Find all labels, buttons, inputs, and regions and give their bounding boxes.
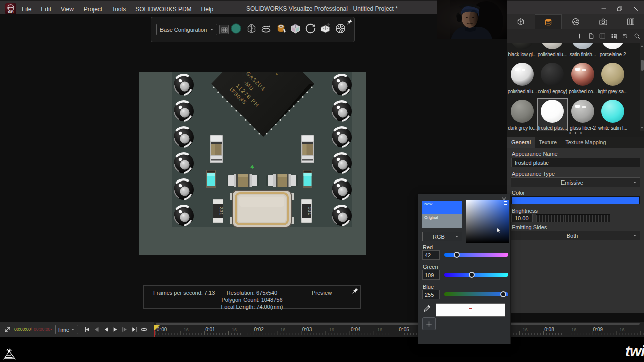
timeline-ruler[interactable]: 0:00160:01160:02160:03160:04160:05160:06… [154, 322, 644, 337]
property-tab[interactable]: Texture [535, 137, 561, 148]
channel-input[interactable]: 109 [422, 270, 440, 280]
window-title: SOLIDWORKS Visualize Professional - Unti… [221, 5, 423, 12]
property-tab[interactable]: General [507, 137, 535, 148]
channel-input[interactable]: 42 [422, 250, 440, 260]
menu-item[interactable]: File [22, 6, 31, 13]
channel-label: Blue [423, 284, 434, 290]
scrollbar[interactable] [640, 43, 644, 131]
cameras [599, 17, 608, 26]
go-to-start[interactable] [84, 326, 90, 333]
appearance-label: black low gl... [507, 52, 538, 57]
render-mode[interactable] [230, 23, 242, 34]
denoiser[interactable] [246, 23, 257, 34]
scroll-up-icon[interactable] [640, 44, 644, 48]
color-field-marker [504, 201, 507, 205]
appearance-name-input[interactable]: frosted plastic [511, 158, 640, 167]
reset-camera[interactable] [305, 23, 316, 34]
original-color-swatch[interactable]: Original [422, 214, 462, 228]
next-frame[interactable] [122, 326, 128, 333]
model[interactable] [290, 23, 301, 34]
export[interactable] [319, 23, 331, 34]
search[interactable] [633, 32, 641, 40]
go-to-end[interactable] [131, 326, 138, 333]
channel-slider[interactable] [444, 273, 508, 277]
ruler-time-label: 0:05 [399, 327, 409, 332]
resize-handle-icon[interactable] [4, 326, 11, 333]
channel-slider[interactable] [444, 292, 508, 296]
menu-item[interactable]: View [61, 6, 74, 13]
appearance-item[interactable]: polished alu... [538, 43, 567, 59]
loop[interactable] [141, 326, 147, 333]
appearance-item[interactable]: white satin f... [598, 99, 627, 131]
menu-item[interactable]: Edit [41, 6, 51, 13]
brightness-slider[interactable] [536, 214, 610, 222]
appearance-item[interactable]: porcelaine-2 [598, 43, 627, 59]
configuration-select[interactable]: Base Configuration [156, 24, 217, 35]
add[interactable] [575, 32, 584, 40]
timeline-mode-select[interactable]: Time [55, 325, 78, 334]
appearance-item[interactable]: glass fiber-2 [568, 99, 597, 131]
sort[interactable] [621, 32, 630, 40]
brightness-input[interactable]: 10.00 [511, 214, 533, 222]
appearance-item[interactable]: polished alu... [508, 62, 537, 96]
play-backward[interactable] [103, 326, 109, 333]
add-color-button[interactable] [422, 317, 436, 330]
emitting-sides-select[interactable]: Both [511, 231, 640, 240]
pin-icon[interactable] [346, 19, 353, 25]
stats-focal: Focal Length: 74.00(mm) [144, 304, 360, 310]
panel-splitter[interactable]: • • • [507, 131, 644, 137]
slider-handle[interactable] [500, 291, 506, 297]
appearance-item[interactable]: polished co... [568, 62, 597, 96]
custom-colors-strip[interactable] [436, 303, 505, 317]
scroll-down-icon[interactable] [640, 126, 644, 130]
app-icon[interactable]: 2021 [5, 3, 16, 14]
channel-input[interactable]: 255 [422, 290, 440, 299]
configuration-label: Base Configuration [157, 27, 210, 33]
color-mode-select[interactable]: RGB [422, 232, 462, 241]
playhead-flag[interactable] [154, 325, 160, 331]
previous-frame[interactable] [93, 326, 100, 333]
camera-options[interactable] [335, 23, 346, 34]
appearance-type-select[interactable]: Emissive [511, 177, 640, 187]
import[interactable] [587, 32, 595, 40]
split-view[interactable] [598, 32, 607, 40]
menu-item[interactable]: Help [201, 6, 214, 13]
appearance-thumbnail [571, 63, 594, 86]
pcb-render[interactable]: GA32U4 -MU 1127E PH IF8085 [139, 72, 366, 255]
thumbnail-size[interactable] [610, 32, 618, 40]
appearance-name-label: Appearance Name [512, 151, 558, 157]
ruler-frame-label: 16 [232, 327, 237, 332]
restore[interactable] [617, 6, 623, 12]
turntable[interactable] [260, 23, 272, 34]
scrollbar-thumb[interactable] [641, 60, 644, 71]
appearance-thumbnail [541, 43, 564, 49]
appearance-item[interactable]: frosted plas... [538, 99, 567, 131]
pin-icon[interactable] [352, 287, 359, 294]
saturation-value-field[interactable] [466, 200, 509, 243]
configuration-grid-button[interactable] [219, 25, 229, 34]
property-tab[interactable]: Texture Mapping [561, 137, 610, 148]
close[interactable] [633, 6, 639, 12]
appearance-item[interactable]: color(Legacy) [538, 62, 567, 96]
paint[interactable] [275, 23, 287, 34]
plus-icon [425, 320, 433, 328]
custom-color-slot[interactable] [469, 308, 472, 312]
appearance-item[interactable]: light grey sa... [598, 62, 627, 96]
chevron-down-icon [633, 180, 637, 185]
channel-slider[interactable] [444, 253, 508, 257]
minimize[interactable] [601, 6, 607, 12]
play[interactable] [112, 326, 119, 333]
main-toolbar: Base Configuration [151, 17, 355, 42]
appearance-item[interactable]: dark grey lo... [508, 99, 537, 131]
menu-item[interactable]: Project [84, 6, 102, 13]
slider-handle[interactable] [469, 272, 475, 278]
menu-item[interactable]: SOLIDWORKS PDM [135, 6, 191, 13]
color-swatch[interactable] [511, 196, 640, 204]
eyedropper-icon[interactable] [423, 304, 431, 313]
palette-tabs [507, 14, 644, 29]
slider-handle[interactable] [454, 252, 460, 258]
appearance-item[interactable]: satin finish... [568, 43, 597, 59]
menu-item[interactable]: Tools [112, 6, 126, 13]
appearance-item[interactable]: black low gl... [508, 43, 537, 59]
original-color-label: Original [424, 215, 438, 220]
